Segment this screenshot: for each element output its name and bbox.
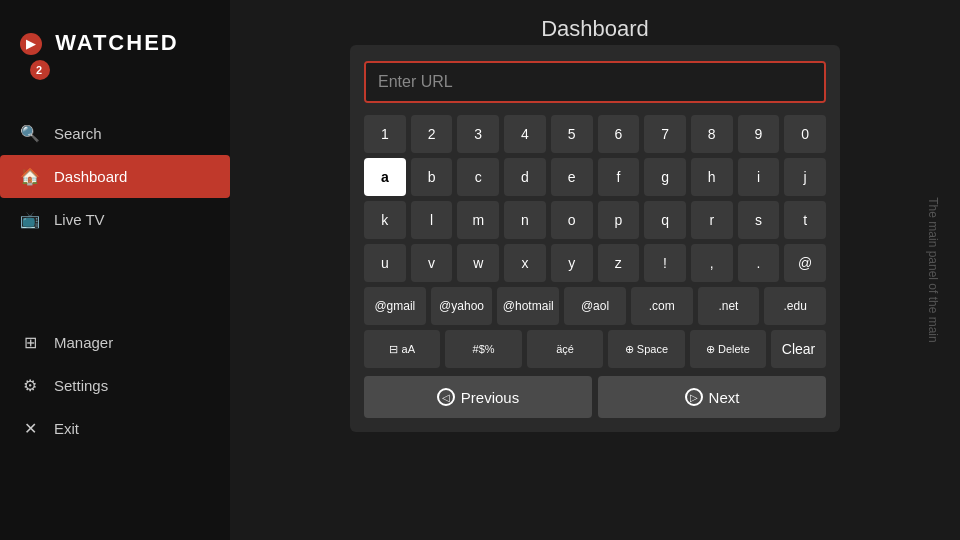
previous-button[interactable]: ◁ Previous: [364, 376, 592, 418]
key-dotcom[interactable]: .com: [631, 287, 693, 325]
key-1[interactable]: 1: [364, 115, 406, 153]
key-c[interactable]: c: [457, 158, 499, 196]
url-dialog: 1 2 3 4 5 6 7 8 9 0 a b c d e f g h: [350, 45, 840, 432]
manager-icon: ⊞: [20, 333, 40, 352]
key-dotnet[interactable]: .net: [698, 287, 760, 325]
notification-badge: 2: [30, 60, 50, 80]
logo-icon: ▶: [20, 33, 42, 55]
sidebar-item-exit[interactable]: ✕ Exit: [0, 407, 230, 450]
key-dotedu[interactable]: .edu: [764, 287, 826, 325]
key-m[interactable]: m: [457, 201, 499, 239]
main-nav: 🔍 Search 🏠 Dashboard 📺 Live TV: [0, 102, 230, 311]
key-aol[interactable]: @aol: [564, 287, 626, 325]
key-clear[interactable]: Clear: [771, 330, 826, 368]
keyboard-email-row: @gmail @yahoo @hotmail @aol .com .net .e…: [364, 287, 826, 325]
sidebar-label-dashboard: Dashboard: [54, 168, 127, 185]
keyboard-special-row: ⊟ aA #$% äçé ⊕ Space ⊕ Delete Clear: [364, 330, 826, 368]
search-icon: 🔍: [20, 124, 40, 143]
keyboard-numbers-row: 1 2 3 4 5 6 7 8 9 0: [364, 115, 826, 153]
key-exclaim[interactable]: !: [644, 244, 686, 282]
main-content: Dashboard The main panel of the main 1 2…: [230, 0, 960, 540]
keyboard-alpha-row2: k l m n o p q r s t: [364, 201, 826, 239]
key-a[interactable]: a: [364, 158, 406, 196]
key-b[interactable]: b: [411, 158, 453, 196]
key-gmail[interactable]: @gmail: [364, 287, 426, 325]
key-9[interactable]: 9: [738, 115, 780, 153]
key-x[interactable]: x: [504, 244, 546, 282]
next-button[interactable]: ▷ Next: [598, 376, 826, 418]
previous-icon: ◁: [437, 388, 455, 406]
tv-icon: 📺: [20, 210, 40, 229]
keyboard-alpha-row3: u v w x y z ! , . @: [364, 244, 826, 282]
key-s[interactable]: s: [738, 201, 780, 239]
exit-icon: ✕: [20, 419, 40, 438]
key-symbols[interactable]: #$%: [445, 330, 521, 368]
sidebar-item-live-tv[interactable]: 📺 Live TV: [0, 198, 230, 241]
next-icon: ▷: [685, 388, 703, 406]
key-case-toggle[interactable]: ⊟ aA: [364, 330, 440, 368]
key-e[interactable]: e: [551, 158, 593, 196]
key-6[interactable]: 6: [598, 115, 640, 153]
key-u[interactable]: u: [364, 244, 406, 282]
key-i[interactable]: i: [738, 158, 780, 196]
sidebar-label-exit: Exit: [54, 420, 79, 437]
app-title: WATCHED: [55, 30, 179, 55]
key-k[interactable]: k: [364, 201, 406, 239]
key-0[interactable]: 0: [784, 115, 826, 153]
key-q[interactable]: q: [644, 201, 686, 239]
key-t[interactable]: t: [784, 201, 826, 239]
home-icon: 🏠: [20, 167, 40, 186]
key-f[interactable]: f: [598, 158, 640, 196]
sidebar-label-live-tv: Live TV: [54, 211, 105, 228]
key-yahoo[interactable]: @yahoo: [431, 287, 493, 325]
app-logo: ▶ WATCHED 2: [0, 20, 230, 102]
sidebar-item-search[interactable]: 🔍 Search: [0, 112, 230, 155]
key-h[interactable]: h: [691, 158, 733, 196]
key-7[interactable]: 7: [644, 115, 686, 153]
sidebar: ▶ WATCHED 2 🔍 Search 🏠 Dashboard 📺 Live …: [0, 0, 230, 540]
key-z[interactable]: z: [598, 244, 640, 282]
key-o[interactable]: o: [551, 201, 593, 239]
key-n[interactable]: n: [504, 201, 546, 239]
key-v[interactable]: v: [411, 244, 453, 282]
key-d[interactable]: d: [504, 158, 546, 196]
sidebar-label-settings: Settings: [54, 377, 108, 394]
previous-label: Previous: [461, 389, 519, 406]
key-hotmail[interactable]: @hotmail: [497, 287, 559, 325]
key-8[interactable]: 8: [691, 115, 733, 153]
key-w[interactable]: w: [457, 244, 499, 282]
sidebar-label-manager: Manager: [54, 334, 113, 351]
sidebar-label-search: Search: [54, 125, 102, 142]
key-3[interactable]: 3: [457, 115, 499, 153]
keyboard-nav-row: ◁ Previous ▷ Next: [364, 376, 826, 418]
url-input-wrapper: [364, 61, 826, 103]
key-g[interactable]: g: [644, 158, 686, 196]
sidebar-item-settings[interactable]: ⚙ Settings: [0, 364, 230, 407]
key-r[interactable]: r: [691, 201, 733, 239]
bottom-nav: ⊞ Manager ⚙ Settings ✕ Exit: [0, 311, 230, 540]
url-input[interactable]: [366, 63, 824, 101]
key-comma[interactable]: ,: [691, 244, 733, 282]
settings-icon: ⚙: [20, 376, 40, 395]
key-5[interactable]: 5: [551, 115, 593, 153]
keyboard: 1 2 3 4 5 6 7 8 9 0 a b c d e f g h: [364, 115, 826, 418]
key-at[interactable]: @: [784, 244, 826, 282]
sidebar-item-manager[interactable]: ⊞ Manager: [0, 321, 230, 364]
key-accents[interactable]: äçé: [527, 330, 603, 368]
key-p[interactable]: p: [598, 201, 640, 239]
sidebar-item-dashboard[interactable]: 🏠 Dashboard: [0, 155, 230, 198]
key-delete[interactable]: ⊕ Delete: [690, 330, 766, 368]
next-label: Next: [709, 389, 740, 406]
key-space[interactable]: ⊕ Space: [608, 330, 684, 368]
keyboard-alpha-row1: a b c d e f g h i j: [364, 158, 826, 196]
key-2[interactable]: 2: [411, 115, 453, 153]
key-4[interactable]: 4: [504, 115, 546, 153]
side-text: The main panel of the main: [926, 197, 940, 342]
key-y[interactable]: y: [551, 244, 593, 282]
key-j[interactable]: j: [784, 158, 826, 196]
key-l[interactable]: l: [411, 201, 453, 239]
key-period[interactable]: .: [738, 244, 780, 282]
